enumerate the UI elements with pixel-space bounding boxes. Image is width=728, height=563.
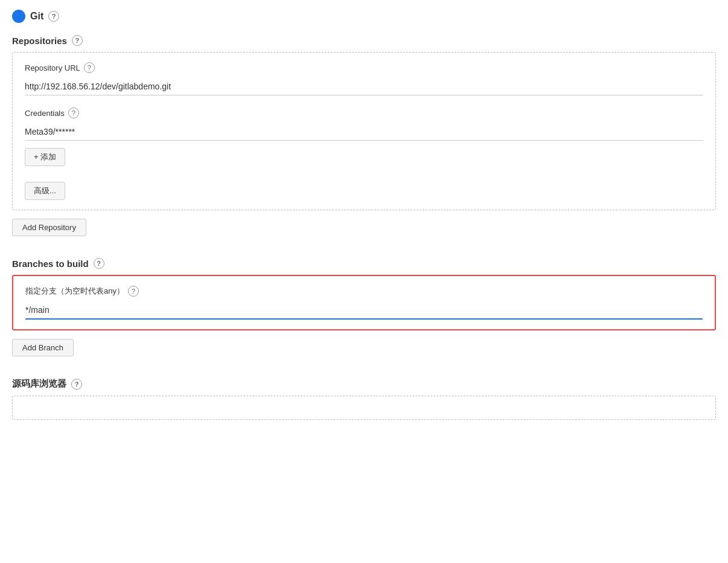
add-branch-label: Add Branch xyxy=(22,343,63,352)
branches-help-icon[interactable]: ? xyxy=(94,258,104,269)
credentials-label: Credentials ? xyxy=(25,108,703,118)
branches-dashed-box: 指定分支（为空时代表any） ? xyxy=(12,275,716,330)
advanced-label: 高级... xyxy=(34,185,56,196)
git-help-icon[interactable]: ? xyxy=(48,11,59,22)
repo-url-input[interactable] xyxy=(25,78,703,95)
repo-url-help-icon[interactable]: ? xyxy=(84,62,95,73)
add-credentials-label: + 添加 xyxy=(34,152,56,162)
branch-specifier-help-icon[interactable]: ? xyxy=(128,286,139,297)
repo-url-label: Repository URL ? xyxy=(25,62,703,73)
add-repository-button[interactable]: Add Repository xyxy=(12,219,86,236)
source-browser-dashed-box xyxy=(12,396,716,420)
credentials-input[interactable] xyxy=(25,123,703,141)
add-credentials-button[interactable]: + 添加 xyxy=(25,148,65,166)
credentials-help-icon[interactable]: ? xyxy=(68,108,79,118)
branch-specifier-label: 指定分支（为空时代表any） ? xyxy=(25,286,703,297)
repositories-help-icon[interactable]: ? xyxy=(72,35,83,46)
source-browser-section: 源码库浏览器 ? xyxy=(12,378,716,420)
add-repository-label: Add Repository xyxy=(22,223,76,232)
branch-specifier-input[interactable] xyxy=(25,301,703,320)
repositories-title: Repositories ? xyxy=(12,35,716,46)
advanced-button[interactable]: 高级... xyxy=(25,182,65,200)
git-dot-icon xyxy=(12,10,25,23)
repositories-section: Repositories ? Repository URL ? Credenti… xyxy=(12,35,716,248)
repositories-dashed-box: Repository URL ? Credentials ? + 添加 高级..… xyxy=(12,52,716,210)
git-title: Git xyxy=(30,11,43,22)
branches-to-build-section: Branches to build ? 指定分支（为空时代表any） ? Add… xyxy=(12,258,716,368)
branches-to-build-title: Branches to build ? xyxy=(12,258,716,269)
add-branch-button[interactable]: Add Branch xyxy=(12,339,74,356)
source-browser-title: 源码库浏览器 ? xyxy=(12,378,716,390)
git-header: Git ? xyxy=(12,10,716,23)
source-browser-help-icon[interactable]: ? xyxy=(71,379,82,390)
